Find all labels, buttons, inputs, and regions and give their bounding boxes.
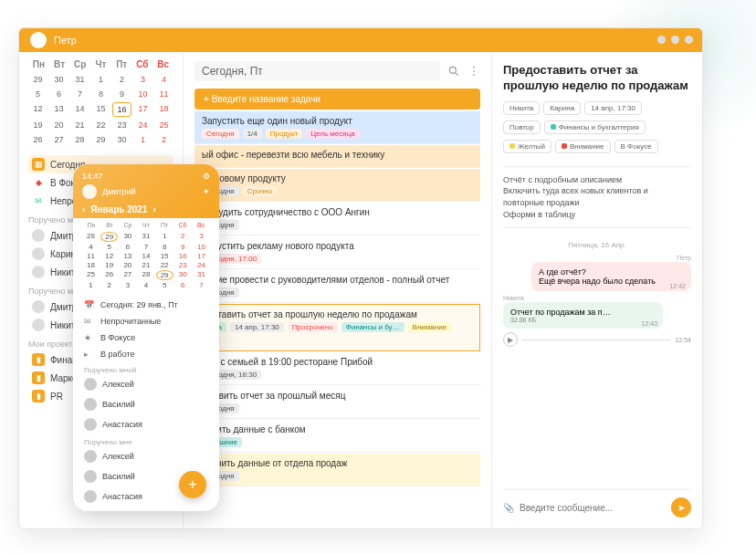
mobile-user-item[interactable]: Василий bbox=[82, 394, 210, 414]
task-row[interactable]: верить данные с банкомВнешние bbox=[194, 420, 480, 453]
folder-icon: ▮ bbox=[32, 390, 45, 402]
sparkle-icon[interactable]: ✦ bbox=[203, 187, 210, 196]
calendar[interactable]: 2930311234567891011121314151617181920212… bbox=[28, 73, 173, 146]
attach-icon[interactable]: 📎 bbox=[503, 503, 514, 513]
next-month-icon[interactable]: › bbox=[152, 204, 155, 214]
chip[interactable]: Карина bbox=[543, 101, 581, 115]
task-row[interactable]: Запустить еще один новый продуктСегодня1… bbox=[194, 111, 480, 144]
chip[interactable]: Финансы и бухгалтерия bbox=[544, 120, 646, 134]
avatar[interactable] bbox=[30, 32, 47, 48]
chip[interactable]: В Фокусе bbox=[614, 140, 658, 153]
task-list-pane: Сегодня, Пт Введите название задачи Запу… bbox=[184, 52, 492, 528]
tag: 14 апр, 17:30 bbox=[230, 322, 284, 332]
avatar bbox=[84, 398, 97, 411]
bubble-attachment[interactable]: Отчет по продажам за п… 32.06 КБ 12:43 bbox=[503, 302, 663, 329]
play-icon[interactable]: ▶ bbox=[503, 332, 518, 347]
task-row[interactable]: ый офис - перевезти всю мебель и технику bbox=[194, 145, 480, 168]
svg-point-3 bbox=[473, 70, 475, 72]
svg-point-0 bbox=[449, 67, 456, 73]
tag: 1/4 bbox=[243, 129, 262, 139]
more-icon[interactable] bbox=[467, 65, 480, 78]
mobile-recv-label: Поручено мне bbox=[82, 434, 210, 446]
bubble-out[interactable]: А где отчёт? Ещё вчера надо было сделать… bbox=[531, 262, 691, 291]
tag: Продукт bbox=[266, 129, 302, 139]
mobile-item[interactable]: ▸В работе bbox=[82, 346, 210, 362]
message-input-row: 📎 ➤ bbox=[503, 489, 691, 517]
header-bar: Петр bbox=[19, 28, 702, 52]
mobile-month-label: Январь 2021 bbox=[90, 204, 147, 214]
header-username: Петр bbox=[54, 35, 77, 46]
mobile-item[interactable]: ✉Непрочитанные bbox=[82, 313, 210, 329]
avatar bbox=[84, 378, 97, 391]
avatar bbox=[84, 490, 97, 503]
folder-icon: ▮ bbox=[32, 353, 45, 366]
mobile-user-item[interactable]: Анастасия bbox=[82, 414, 210, 434]
chip[interactable]: Желтый bbox=[503, 140, 551, 153]
mobile-time: 14:47 bbox=[82, 172, 103, 181]
mobile-calendar[interactable]: 2829303112345678910111213141516171819202… bbox=[73, 230, 219, 295]
task-notes[interactable]: Отчёт с подробным описаниемВключить туда… bbox=[503, 166, 691, 228]
avatar bbox=[32, 319, 45, 331]
avatar bbox=[84, 450, 97, 463]
task-row[interactable]: доставить отчет за прошлую неделю по про… bbox=[194, 304, 480, 351]
mobile-sent-label: Поручено мной bbox=[82, 362, 210, 374]
detail-pane: Предоставить отчет за прошлую неделю по … bbox=[492, 52, 702, 528]
svg-point-2 bbox=[473, 67, 475, 68]
tag: Цель месяца bbox=[306, 129, 359, 139]
message-input[interactable] bbox=[520, 503, 666, 513]
svg-point-4 bbox=[473, 74, 475, 76]
inbox-icon: ✉ bbox=[32, 194, 45, 207]
chip[interactable]: Повтор bbox=[503, 120, 541, 134]
detail-title: Предоставить отчет за прошлую неделю по … bbox=[503, 63, 691, 94]
calendar-icon: 📅 bbox=[84, 300, 95, 309]
avatar bbox=[84, 470, 97, 483]
avatar bbox=[32, 229, 45, 242]
mobile-item[interactable]: ★В Фокусе bbox=[82, 329, 210, 346]
tag: Просрочено bbox=[288, 322, 338, 332]
avatar bbox=[32, 247, 45, 260]
mobile-today-row[interactable]: 📅Сегодня: 29 янв., Пт bbox=[82, 297, 210, 313]
menu-icon: ▸ bbox=[84, 350, 95, 359]
tag: Финансы и бу… bbox=[341, 322, 404, 332]
add-task-input[interactable]: Введите название задачи bbox=[194, 89, 480, 110]
menu-icon: ✉ bbox=[84, 317, 95, 326]
task-row[interactable]: рание провести с руководителями отделов … bbox=[194, 270, 480, 303]
search-icon[interactable] bbox=[447, 65, 460, 78]
settings-icon[interactable]: ⚙ bbox=[203, 172, 210, 181]
task-row[interactable]: готовить отчет за прошлый месяцСегодня bbox=[194, 386, 480, 419]
chip[interactable]: Внимание bbox=[555, 140, 611, 153]
send-button[interactable]: ➤ bbox=[671, 497, 691, 517]
mobile-overlay: 14:47 ⚙ Дмитрий ✦ ‹ Январь 2021 › ПнВтСр… bbox=[73, 164, 219, 511]
mobile-username: Дмитрий bbox=[102, 187, 136, 196]
author-in: Никита bbox=[503, 295, 691, 301]
tag: Внимание bbox=[408, 322, 452, 332]
avatar bbox=[32, 266, 45, 278]
avatar bbox=[32, 300, 45, 313]
svg-line-1 bbox=[456, 73, 458, 76]
mobile-avatar[interactable] bbox=[82, 184, 97, 199]
tag: Сегодня bbox=[202, 129, 239, 139]
author-out: Петр bbox=[503, 255, 691, 261]
chat-area: Пятница, 16 Апр. Петр А где отчёт? Ещё в… bbox=[503, 235, 691, 489]
chat-date: Пятница, 16 Апр. bbox=[503, 241, 691, 249]
mobile-user-item[interactable]: Алексей bbox=[82, 446, 210, 466]
prev-month-icon[interactable]: ‹ bbox=[82, 204, 85, 214]
task-row[interactable]: Обсудить сотрудничество с ООО АнгинСегод… bbox=[194, 203, 480, 235]
task-row[interactable]: жин с семьей в 19:00 ресторане ПрибойСег… bbox=[194, 352, 480, 385]
list-title: Сегодня, Пт bbox=[194, 61, 440, 81]
task-row[interactable]: олучить данные от отдела продажСегодня bbox=[194, 454, 480, 486]
fab-add-button[interactable]: + bbox=[179, 471, 206, 498]
menu-icon: ★ bbox=[84, 333, 95, 342]
folder-icon: ▮ bbox=[32, 371, 45, 384]
chip[interactable]: 14 апр, 17:30 bbox=[584, 101, 642, 115]
voice-message[interactable]: ▶ 12:54 bbox=[503, 332, 691, 347]
task-row[interactable]: по новому продуктуСегодняСрочно bbox=[194, 169, 480, 202]
calendar-icon: ▦ bbox=[32, 158, 45, 171]
mobile-user-item[interactable]: Алексей bbox=[82, 374, 210, 394]
window-controls[interactable] bbox=[657, 36, 693, 44]
task-row[interactable]: Запустить рекламу нового продуктаСегодня… bbox=[194, 236, 480, 269]
chip[interactable]: Никита bbox=[503, 101, 540, 115]
tag: Срочно bbox=[243, 186, 278, 196]
bookmark-icon: ◆ bbox=[32, 176, 45, 189]
avatar bbox=[84, 418, 97, 431]
